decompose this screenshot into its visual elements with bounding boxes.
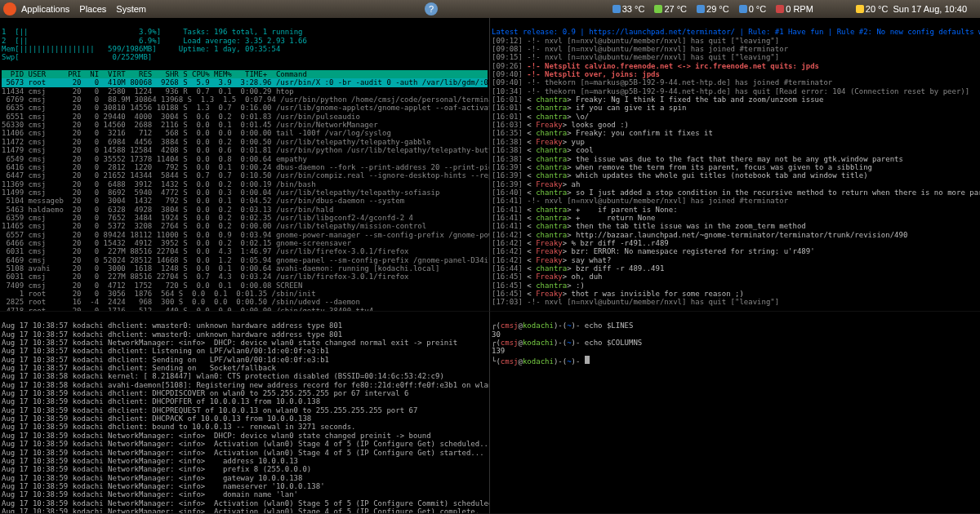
gnome-panel: Applications Places System -(cmsj@kodach… [0, 0, 980, 18]
syslog-output: Aug 17 10:38:57 kodachi dhclient: wmaste… [2, 321, 488, 514]
process-list[interactable]: 11434 cmsj 20 0 2580 1224 936 R 0.7 0.1 … [2, 87, 488, 312]
terminal-pane-syslog[interactable]: Aug 17 10:38:57 kodachi dhclient: wmaste… [0, 312, 490, 514]
shell-output: 139 [492, 347, 505, 355]
swap-bar: Swp[ 0/2529MB] [2, 53, 152, 61]
sensor-temp: 29 °C [697, 4, 729, 15]
load-avg: Load average: 3.35 2.93 1.66 [183, 37, 307, 45]
irc-log: [09:12] -!- nxvl [n=nxvl@ubuntu/member/n… [492, 37, 978, 307]
sensor-temp: 27 °C [654, 4, 687, 15]
applications-menu[interactable]: Applications [21, 4, 69, 15]
sensor-rpm: 0 RPM [776, 4, 813, 15]
places-menu[interactable]: Places [79, 4, 106, 15]
cursor-icon [585, 356, 590, 364]
system-menu[interactable]: System [116, 4, 146, 15]
mem-bar: Mem[||||||||||||||||| 599/1986MB] [2, 45, 157, 53]
cpu-bar-2: 2 [|| 6.9%] [2, 37, 161, 45]
ubuntu-logo-icon[interactable] [3, 2, 16, 16]
irc-topic: Latest release: 0.9 | https://launchpad.… [492, 28, 980, 36]
shell-output: 30 [492, 330, 501, 339]
help-icon[interactable]: ? [425, 2, 438, 16]
clock[interactable]: Sun 17 Aug, 10:40 [893, 4, 967, 15]
shell-prompt[interactable]: └(cmsj@kodachi)-(~)- [492, 357, 590, 366]
shell-prompt: ┌(cmsj@kodachi)-(~)- echo $LINES [492, 321, 633, 330]
sensor-temp: 0 °C [739, 4, 767, 15]
shell-prompt: ┌(cmsj@kodachi)-(~)- echo $COLUMNS [492, 339, 642, 347]
tasks: Tasks: 196 total, 1 running [183, 28, 302, 36]
terminal-pane-shell[interactable]: ┌(cmsj@kodachi)-(~)- echo $LINES 30 ┌(cm… [490, 312, 980, 514]
terminal-pane-htop[interactable]: 1 [|| 3.9%] Tasks: 196 total, 1 running … [0, 18, 490, 312]
sensor-temp: 33 °C [612, 4, 645, 15]
terminal-pane-irc[interactable]: Latest release: 0.9 | https://launchpad.… [490, 18, 980, 312]
cpu-bar-1: 1 [|| 3.9%] [2, 28, 161, 36]
htop-header: PID USER PRI NI VIRT RES SHR S CPU% MEM%… [2, 70, 488, 78]
uptime: Uptime: 1 day, 09:35:54 [179, 45, 281, 53]
htop-selected-row[interactable]: 5673 root 20 0 410M 80068 9268 S 5.9 3.9… [2, 78, 488, 86]
weather-temp: 20 °C [856, 4, 889, 15]
